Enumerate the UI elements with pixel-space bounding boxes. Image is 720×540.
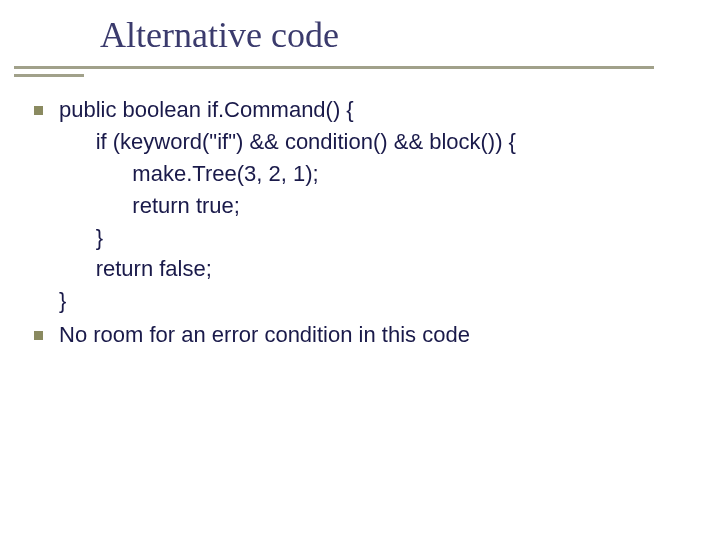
slide-title: Alternative code: [100, 14, 720, 56]
code-line: make.Tree(3, 2, 1);: [59, 161, 319, 186]
code-line: }: [59, 225, 103, 250]
divider-short: [14, 74, 84, 77]
bullet-icon: [34, 106, 43, 115]
title-area: Alternative code: [0, 0, 720, 62]
code-block: public boolean if.Command() { if (keywor…: [59, 94, 516, 317]
note-text: No room for an error condition in this c…: [59, 319, 470, 351]
code-line: }: [59, 288, 66, 313]
code-line: public boolean if.Command() {: [59, 97, 354, 122]
code-line: return true;: [59, 193, 240, 218]
list-item: No room for an error condition in this c…: [30, 319, 690, 351]
code-line: return false;: [59, 256, 212, 281]
list-item: public boolean if.Command() { if (keywor…: [30, 94, 690, 317]
divider-long: [14, 66, 654, 69]
code-line: if (keyword("if") && condition() && bloc…: [59, 129, 516, 154]
divider-group: [0, 66, 720, 88]
bullet-icon: [34, 331, 43, 340]
slide: Alternative code public boolean if.Comma…: [0, 0, 720, 540]
content-area: public boolean if.Command() { if (keywor…: [0, 88, 720, 351]
